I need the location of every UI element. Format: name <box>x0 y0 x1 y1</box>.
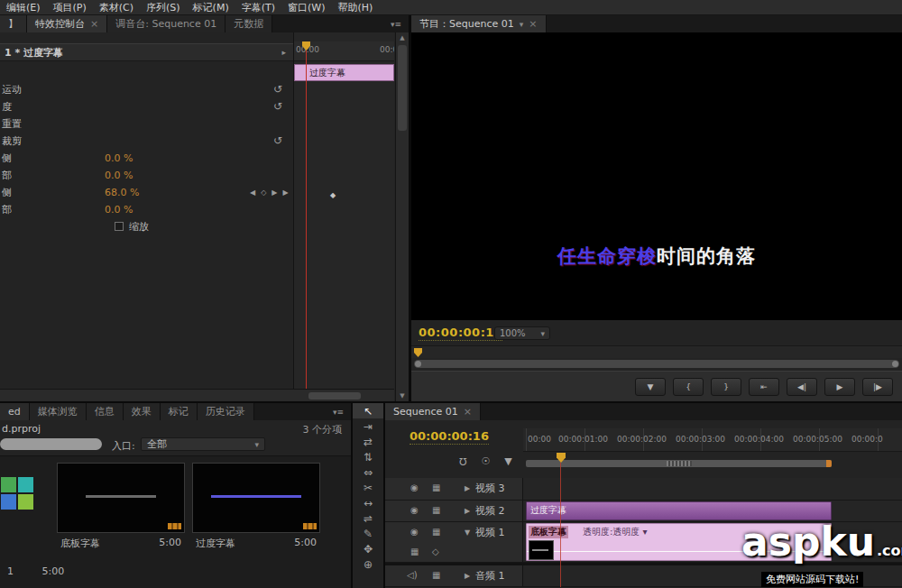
param-value[interactable]: 0.0 % <box>105 201 133 218</box>
menu-marker[interactable]: 标记(M) <box>187 0 235 15</box>
speaker-icon[interactable]: ◁) <box>407 570 418 580</box>
track-lock-icon[interactable]: ▦ <box>432 482 440 492</box>
zoom-select[interactable]: 100% ▾ <box>494 326 550 340</box>
track-output-icon[interactable]: ◉ <box>410 527 419 537</box>
effect-row-crop[interactable]: 裁剪 ↺ <box>0 133 293 150</box>
zoom-checkbox[interactable] <box>115 222 124 231</box>
pen-tool[interactable]: ✎ <box>353 526 383 541</box>
close-icon[interactable]: × <box>464 406 472 418</box>
sequence-thumbnail[interactable] <box>1 477 35 511</box>
work-area-end[interactable] <box>826 460 832 467</box>
track-content[interactable] <box>523 478 902 500</box>
step-back-button[interactable]: ◀| <box>787 378 817 396</box>
clip-thumbnail[interactable] <box>192 463 320 533</box>
marker-icon[interactable]: ▼ <box>504 455 511 467</box>
menu-project[interactable]: 项目(P) <box>47 0 93 15</box>
timeline-clip-guodu[interactable]: 过度字幕 <box>526 501 832 520</box>
play-button[interactable]: ▶ <box>824 378 855 396</box>
mark-in-button[interactable]: { <box>673 378 704 396</box>
razor-tool[interactable]: ✂ <box>353 480 383 495</box>
tab-project[interactable]: ed <box>0 403 30 420</box>
next-keyframe-icon[interactable]: ▶ <box>272 184 277 201</box>
track-output-icon[interactable]: ◉ <box>410 505 419 515</box>
panel-menu-icon[interactable]: ▾≡ <box>326 403 351 420</box>
tab-partial[interactable]: 】 <box>0 15 27 32</box>
zoom-scrollbar[interactable] <box>414 359 899 369</box>
program-timecode[interactable]: 00:00:00:16 <box>419 326 502 341</box>
effect-row-opacity[interactable]: 度 ↺ <box>0 98 293 115</box>
work-area-bar[interactable] <box>526 460 832 467</box>
track-select-tool[interactable]: ⇥ <box>353 418 383 434</box>
tab-effect-controls[interactable]: 特效控制台 × <box>27 15 107 32</box>
scrollbar-thumb[interactable] <box>308 392 361 400</box>
clip-bar[interactable]: 过度字幕 <box>294 64 394 81</box>
menu-help[interactable]: 帮助(H) <box>331 0 379 15</box>
tab-sequence-01[interactable]: Sequence 01 × <box>385 403 481 420</box>
slide-tool[interactable]: ⇌ <box>353 510 383 526</box>
encore-marker-icon[interactable]: ☉ <box>481 455 490 467</box>
snap-icon[interactable]: Ω <box>459 455 466 467</box>
chevron-right-icon[interactable]: ▸ <box>281 44 286 61</box>
effect-row-motion[interactable]: 运动 ↺ <box>0 81 293 98</box>
panel-menu-icon[interactable]: ▾≡ <box>383 15 409 32</box>
track-lock-icon[interactable]: ▦ <box>432 570 440 580</box>
menu-window[interactable]: 窗口(W) <box>281 0 331 15</box>
track-lock-icon[interactable]: ▦ <box>432 527 440 537</box>
hand-tool[interactable]: ✥ <box>353 541 383 556</box>
menu-edit[interactable]: 编辑(E) <box>0 0 47 15</box>
menu-title[interactable]: 字幕(T) <box>235 0 281 15</box>
tab-effects[interactable]: 效果 <box>124 403 161 420</box>
item-name[interactable]: 底板字幕 <box>60 537 100 550</box>
clip-effect-selector[interactable]: 透明度:透明度 ▾ <box>583 526 648 538</box>
prev-keyframe-icon[interactable]: ◀ <box>250 184 255 201</box>
time-ruler[interactable]: 00:00 00:00:01:00 00:00:02:00 00:00:03:0… <box>523 428 902 452</box>
track-lock-icon[interactable]: ▦ <box>432 505 440 515</box>
playhead[interactable] <box>414 348 422 357</box>
step-forward-button[interactable]: |▶ <box>862 378 893 396</box>
collapse-icon[interactable]: ▼ <box>465 528 470 537</box>
tab-metadata[interactable]: 元数据 <box>226 15 272 32</box>
menu-clip[interactable]: 素材(C) <box>93 0 140 15</box>
rolling-edit-tool[interactable]: ⇅ <box>353 449 383 464</box>
timeline-timecode[interactable]: 00:00:00:16 <box>410 429 489 445</box>
reset-icon[interactable]: ↺ <box>273 133 282 150</box>
ripple-edit-tool[interactable]: ⇄ <box>353 434 383 449</box>
item-name[interactable]: 过度字幕 <box>196 537 235 550</box>
next-keyframe-icon[interactable]: ▶ <box>282 184 288 201</box>
tab-history[interactable]: 历史记录 <box>198 403 254 420</box>
program-scrub-bar[interactable] <box>411 345 902 358</box>
tab-markers[interactable]: 标记 <box>161 403 198 420</box>
menu-sequence[interactable]: 序列(S) <box>140 0 187 15</box>
zoom-tool[interactable]: ⊕ <box>353 556 383 572</box>
reset-icon[interactable]: ↺ <box>273 98 282 115</box>
list-item[interactable]: 底板字幕 5:00 <box>57 463 185 533</box>
param-value[interactable]: 0.0 % <box>105 167 133 184</box>
horizontal-scrollbar[interactable] <box>0 389 394 401</box>
tab-info[interactable]: 信息 <box>87 403 124 420</box>
item-name[interactable]: 1 <box>7 565 14 577</box>
reset-icon[interactable]: ↺ <box>273 81 282 98</box>
tab-audio-mixer[interactable]: 调音台: Sequence 01 <box>107 15 226 32</box>
collapse-icon[interactable]: ▶ <box>465 572 470 580</box>
filter-select[interactable]: 全部 ▾ <box>141 437 265 451</box>
set-display-style-icon[interactable]: ▦ <box>410 547 419 556</box>
close-icon[interactable]: × <box>529 18 537 30</box>
slip-tool[interactable]: ↔ <box>353 495 383 510</box>
scrollbar-thumb[interactable] <box>414 360 899 368</box>
scrollbar-thumb[interactable] <box>398 45 407 131</box>
show-keyframes-icon[interactable]: ◇ <box>432 547 439 556</box>
search-input[interactable] <box>0 438 102 450</box>
collapse-icon[interactable]: ▶ <box>465 484 470 492</box>
vertical-scrollbar[interactable]: ▲ ▼ <box>395 32 409 401</box>
tab-media-browser[interactable]: 媒体浏览 <box>30 403 87 420</box>
clip-thumbnail[interactable] <box>57 463 185 533</box>
keyframe-icon[interactable]: ◆ <box>330 191 336 199</box>
list-item[interactable]: 过度字幕 5:00 <box>192 463 320 533</box>
video-preview[interactable]: 任生命穿梭时间的角落 <box>411 32 902 320</box>
param-value[interactable]: 68.0 % <box>105 184 139 201</box>
mark-out-button[interactable]: } <box>711 378 741 396</box>
collapse-icon[interactable]: ▶ <box>465 507 470 515</box>
track-output-icon[interactable]: ◉ <box>410 482 419 492</box>
goto-in-button[interactable]: ⇤ <box>749 378 779 396</box>
selection-tool[interactable]: ↖ <box>353 403 383 418</box>
